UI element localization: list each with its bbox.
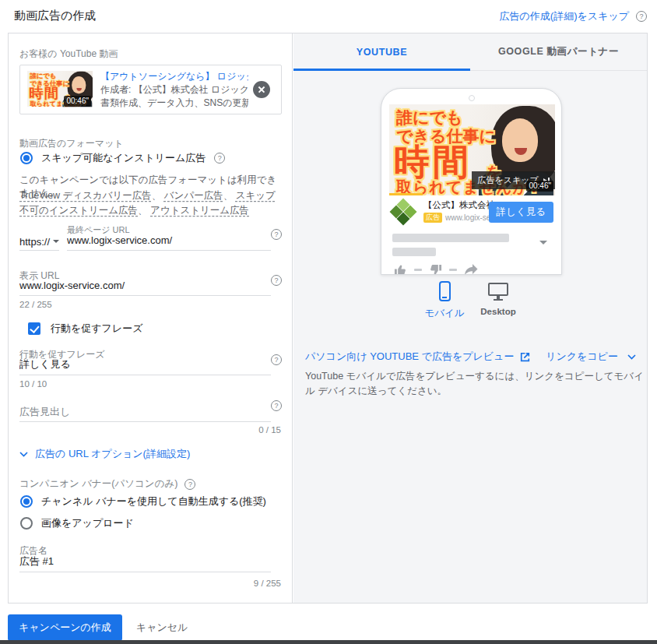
ad-editor-card: お客様の YouTube 動画 誰にでも できる仕事に 時間 を 取られてません…	[8, 33, 648, 604]
cta-help-icon[interactable]: ?	[271, 354, 282, 365]
preview-cta-button: 詳しく見る	[489, 202, 553, 223]
companion-help-icon[interactable]: ?	[184, 479, 195, 490]
tab-youtube[interactable]: YOUTUBE	[293, 33, 470, 70]
channel-name: 【公式】株式会社 ロジッ...	[423, 199, 495, 211]
cta-counter: 10 / 10	[19, 379, 47, 389]
video-meta: 【アウトソーシングなら】 ロジックス... 作成者: 【公式】株式会社 ロジック…	[100, 70, 248, 110]
video-thumbnail: 誰にでも できる仕事に 時間 を 取られてませんか? 00:46"	[27, 71, 93, 108]
help-icon[interactable]: ?	[636, 11, 647, 22]
skippable-instream-radio[interactable]	[20, 152, 33, 164]
protocol-select[interactable]: https://	[19, 233, 59, 251]
final-url-help-icon[interactable]: ?	[271, 229, 282, 240]
unavailable-formats-list: TrueView ディスカバリー広告、 バンパー広告、 スキップ不可のインストリ…	[19, 188, 279, 218]
headline-counter: 0 / 15	[258, 425, 281, 435]
display-url-help-icon[interactable]: ?	[271, 275, 282, 286]
count-placeholder	[414, 269, 422, 271]
skip-ad-creation-link[interactable]: 広告の作成(詳細)をスキップ	[500, 9, 630, 23]
phone-mockup: 誰にでも できる仕事に 時間 を 取られてませんか? 広告をスキップ 00:46…	[381, 88, 562, 275]
placeholder-bar	[392, 248, 436, 256]
preview-tabs: YOUTUBE GOOGLE 動画パートナー	[293, 33, 647, 71]
ad-preview-panel: YOUTUBE GOOGLE 動画パートナー 誰にでも できる仕事に 時間 を	[293, 33, 647, 603]
format-link-bumper[interactable]: バンパー広告	[164, 190, 223, 201]
device-toggle-mobile[interactable]: モバイル	[420, 281, 469, 320]
create-video-ad-screen: 動画広告の作成 広告の作成(詳細)をスキップ ? お客様の YouTube 動画…	[0, 0, 657, 644]
video-duration-badge: 00:46"	[64, 96, 91, 107]
companion-auto-label: チャンネル バナーを使用して自動生成する(推奨)	[41, 494, 266, 509]
companion-upload-radio[interactable]	[20, 517, 33, 530]
mobile-preview-note: YouTube モバイルで広告をプレビューするには、リンクをコピーしてモバイル …	[305, 369, 645, 399]
final-url-input[interactable]	[67, 233, 271, 251]
thumb-down-icon	[429, 263, 442, 275]
ad-badge: 広告	[423, 213, 442, 223]
count-placeholder	[449, 269, 457, 271]
ad-form-panel: お客様の YouTube 動画 誰にでも できる仕事に 時間 を 取られてません…	[9, 33, 293, 603]
preview-actions-row: パソコン向け YOUTUBE で広告をプレビュー リンクをコピー	[305, 350, 636, 364]
thumb-up-icon	[394, 263, 407, 275]
placeholder-bar	[392, 234, 509, 242]
create-campaign-button[interactable]: キャンペーンの作成	[8, 614, 122, 641]
headline-input[interactable]	[19, 404, 271, 422]
chevron-down-icon	[19, 452, 28, 457]
cta-checkbox[interactable]	[28, 322, 40, 335]
desktop-label: Desktop	[474, 307, 522, 316]
selected-video-card: 誰にでも できる仕事に 時間 を 取られてませんか? 00:46" 【アウトソー…	[19, 65, 282, 114]
cta-input[interactable]	[19, 357, 271, 375]
cta-checkbox-label: 行動を促すフレーズ	[51, 322, 143, 336]
channel-row: 【公式】株式会社 ロジッ... 広告 www.logix-service.co.…	[381, 198, 561, 227]
companion-upload-label: 画像をアップロード	[41, 516, 134, 530]
protocol-caret-icon	[53, 240, 59, 243]
remove-video-button[interactable]	[253, 81, 270, 98]
phone-camera-dot	[469, 95, 475, 101]
bottom-strip	[0, 640, 657, 644]
headline-help-icon[interactable]: ?	[271, 400, 282, 411]
preview-video-player: 誰にでも できる仕事に 時間 を 取られてませんか? 広告をスキップ 00:46…	[389, 104, 555, 195]
page-title: 動画広告の作成	[14, 9, 96, 23]
format-radio-row: スキップ可能なインストリーム広告 ?	[20, 151, 225, 165]
ad-url-options-expander[interactable]: 広告の URL オプション(詳細設定)	[19, 447, 190, 461]
channel-url: www.logix-service.co...	[445, 213, 494, 222]
chevron-down-icon	[627, 354, 636, 360]
channel-avatar	[391, 200, 416, 225]
format-help-icon[interactable]: ?	[214, 153, 225, 164]
header-actions: 広告の作成(詳細)をスキップ ?	[500, 9, 648, 23]
video-title-link[interactable]: 【アウトソーシングなら】 ロジックス...	[100, 70, 248, 83]
share-icon	[464, 264, 478, 275]
preview-duration-badge: 00:46"	[526, 181, 553, 192]
tab-google-video-partners[interactable]: GOOGLE 動画パートナー	[470, 33, 647, 70]
companion-upload-row: 画像をアップロード	[20, 516, 134, 530]
monitor-icon	[488, 283, 508, 303]
video-progress-bar	[389, 193, 555, 195]
video-feedback-row	[394, 263, 478, 275]
video-description-line: 書類作成、データ入力、SNSの更新、HP...	[100, 97, 248, 110]
skippable-instream-label: スキップ可能なインストリーム広告	[41, 151, 206, 165]
preview-on-desktop-link[interactable]: パソコン向け YOUTUBE で広告をプレビュー	[305, 350, 531, 364]
footer-actions: キャンペーンの作成 キャンセル	[8, 614, 188, 641]
video-ad-format-label: 動画広告のフォーマット	[19, 137, 124, 150]
video-creator-line: 作成者: 【公式】株式会社 ロジックスサー...	[100, 83, 248, 97]
companion-auto-row: チャンネル バナーを使用して自動生成する(推奨)	[20, 494, 266, 509]
ad-name-counter: 9 / 255	[254, 579, 281, 588]
device-toggle-desktop[interactable]: Desktop	[474, 281, 522, 316]
companion-auto-radio[interactable]	[20, 495, 33, 508]
your-youtube-video-label: お客様の YouTube 動画	[19, 48, 118, 61]
caret-down-icon	[539, 241, 547, 245]
display-url-input[interactable]	[19, 278, 271, 296]
copy-link-button[interactable]: リンクをコピー	[546, 350, 636, 364]
format-link-trueview-discovery[interactable]: TrueView ディスカバリー広告	[19, 190, 152, 201]
cta-checkbox-row: 行動を促すフレーズ	[28, 322, 143, 336]
display-url-counter: 22 / 255	[19, 300, 52, 309]
ad-name-input[interactable]	[19, 554, 271, 572]
mobile-label: モバイル	[420, 307, 469, 320]
format-link-outstream[interactable]: アウトストリーム広告	[150, 205, 249, 216]
cancel-button[interactable]: キャンセル	[136, 621, 188, 635]
open-in-new-icon	[519, 351, 531, 363]
channel-subline: 広告 www.logix-service.co...	[423, 213, 494, 223]
smartphone-icon	[439, 281, 451, 301]
companion-banner-label-row: コンパニオン バナー(パソコンのみ) ?	[19, 477, 195, 491]
